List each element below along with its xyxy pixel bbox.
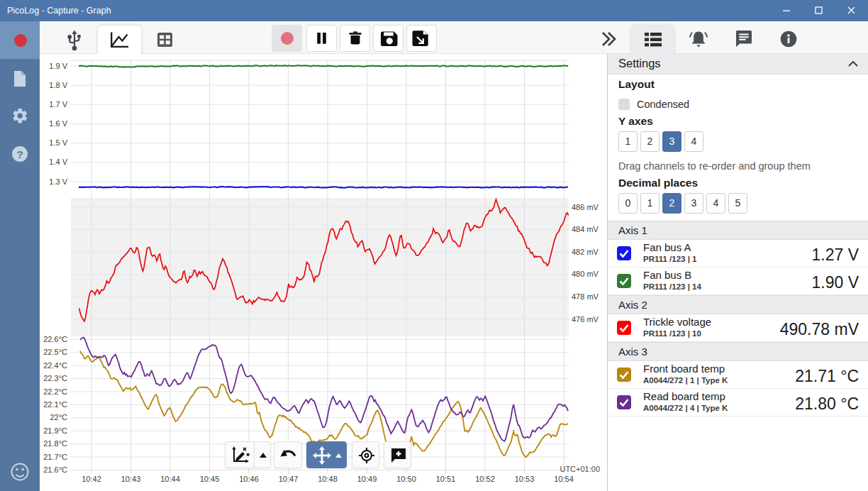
- svg-text:21.6°C: 21.6°C: [43, 465, 67, 474]
- svg-text:10:49: 10:49: [357, 475, 377, 483]
- svg-text:482 mV: 482 mV: [572, 248, 599, 256]
- svg-text:?: ?: [16, 148, 23, 160]
- svg-text:21.9°C: 21.9°C: [43, 426, 67, 435]
- svg-text:22.1°C: 22.1°C: [43, 400, 67, 409]
- svg-text:1.7 V: 1.7 V: [49, 100, 67, 109]
- svg-text:1.9 V: 1.9 V: [49, 62, 67, 70]
- svg-text:1.3 V: 1.3 V: [49, 177, 67, 186]
- svg-text:22.6°C: 22.6°C: [43, 335, 67, 343]
- svg-text:10:47: 10:47: [279, 475, 299, 483]
- svg-text:10:42: 10:42: [82, 475, 101, 483]
- svg-text:10:50: 10:50: [396, 475, 416, 483]
- svg-text:10:44: 10:44: [160, 475, 180, 483]
- svg-text:10:48: 10:48: [318, 475, 338, 483]
- svg-text:22.2°C: 22.2°C: [43, 387, 67, 396]
- svg-text:1.5 V: 1.5 V: [49, 138, 67, 147]
- svg-text:476 mV: 476 mV: [572, 315, 599, 324]
- svg-text:10:45: 10:45: [200, 475, 220, 483]
- svg-text:10:53: 10:53: [515, 475, 535, 483]
- svg-text:21.7°C: 21.7°C: [43, 453, 67, 461]
- svg-text:22.5°C: 22.5°C: [43, 348, 67, 356]
- svg-text:478 mV: 478 mV: [572, 292, 599, 301]
- svg-text:10:54: 10:54: [554, 475, 574, 483]
- svg-text:484 mV: 484 mV: [572, 225, 599, 233]
- svg-text:1.6 V: 1.6 V: [49, 119, 67, 128]
- svg-text:10:51: 10:51: [436, 475, 456, 483]
- svg-text:486 mV: 486 mV: [572, 203, 599, 211]
- svg-text:480 mV: 480 mV: [572, 270, 599, 278]
- svg-text:10:43: 10:43: [121, 475, 141, 483]
- svg-text:1.8 V: 1.8 V: [49, 81, 67, 89]
- svg-text:21.8°C: 21.8°C: [43, 439, 67, 448]
- svg-text:22.3°C: 22.3°C: [43, 374, 67, 382]
- svg-text:22°C: 22°C: [50, 413, 67, 421]
- svg-text:10:52: 10:52: [475, 475, 495, 483]
- svg-text:10:46: 10:46: [239, 475, 259, 483]
- svg-text:1.4 V: 1.4 V: [49, 158, 67, 166]
- svg-text:UTC+01:00: UTC+01:00: [560, 465, 600, 473]
- svg-text:22.4°C: 22.4°C: [43, 361, 67, 370]
